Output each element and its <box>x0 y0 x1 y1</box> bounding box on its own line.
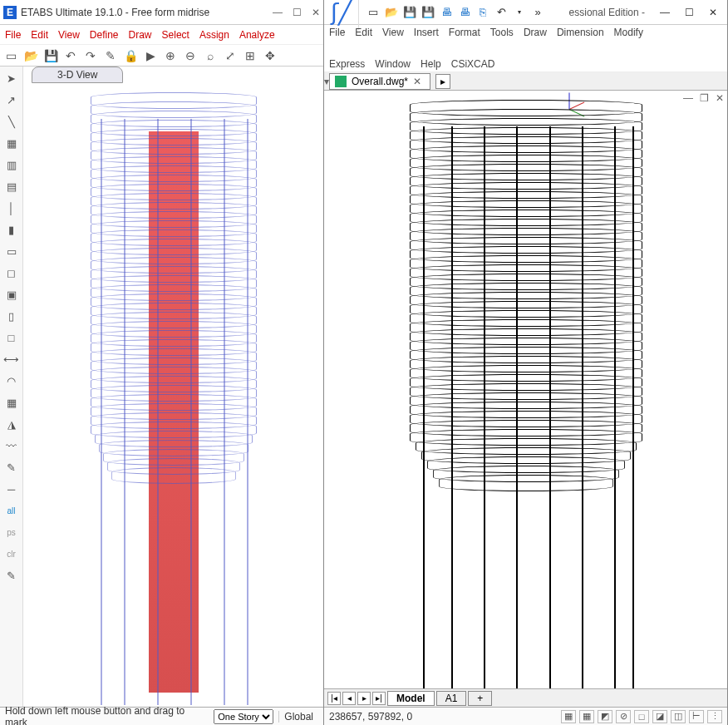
menu-csixcad[interactable]: CSiXCAD <box>451 58 495 70</box>
qa-print-icon[interactable]: 🖶 <box>439 5 454 20</box>
wave-icon[interactable]: 〰 <box>3 437 20 454</box>
layout-tab-model[interactable]: Model <box>387 691 435 706</box>
draw-joint-icon[interactable]: □ <box>3 329 20 346</box>
new-tab-button[interactable]: ▸ <box>435 74 450 89</box>
maximize-button[interactable]: ☐ <box>685 7 694 18</box>
menu-file[interactable]: File <box>5 29 21 41</box>
mdi-minimize-icon[interactable]: — <box>683 92 693 104</box>
ps-icon[interactable]: ps <box>3 524 20 540</box>
grid-display-icon[interactable]: ▦ <box>579 710 594 723</box>
qa-open-icon[interactable]: 📂 <box>384 5 399 20</box>
open-file-icon[interactable]: 📂 <box>23 48 38 63</box>
arc-icon[interactable]: ◠ <box>3 372 20 389</box>
new-file-icon[interactable]: ▭ <box>3 48 18 63</box>
quick-draw-icon[interactable]: ▣ <box>3 286 20 303</box>
etabs-viewport[interactable]: 3-D View /*floors drawn below by JS*/ <box>23 67 323 707</box>
draw-brace-icon[interactable]: ▯ <box>3 308 20 324</box>
qa-undo-icon[interactable]: ↶ <box>494 5 509 20</box>
menu-assign[interactable]: Assign <box>199 29 229 41</box>
otrack-icon[interactable]: ◪ <box>652 710 667 723</box>
menu-file[interactable]: File <box>329 27 345 38</box>
menu-view[interactable]: View <box>382 27 404 38</box>
menu-modify[interactable]: Modify <box>614 27 643 38</box>
qa-new-icon[interactable]: ▭ <box>366 5 381 20</box>
layout-prev-icon[interactable]: ◂ <box>342 692 356 705</box>
qa-publish-icon[interactable]: ⎘ <box>475 5 490 20</box>
qa-print-preview-icon[interactable]: 🖶 <box>457 5 472 20</box>
pencil-icon[interactable]: ✎ <box>103 48 118 63</box>
menu-analyze[interactable]: Analyze <box>239 29 275 41</box>
extrude-icon[interactable]: ◮ <box>3 416 20 432</box>
menu-define[interactable]: Define <box>90 29 119 41</box>
menu-view[interactable]: View <box>58 29 80 41</box>
layout-last-icon[interactable]: ▸| <box>372 692 386 705</box>
mdi-restore-icon[interactable]: ❐ <box>700 92 709 104</box>
draw-floor-icon[interactable]: ◻ <box>3 264 20 281</box>
pan-icon[interactable]: ✥ <box>263 48 278 63</box>
view-tab-3d[interactable]: 3-D View <box>32 67 123 83</box>
polygon-select-icon[interactable]: ▥ <box>3 156 20 173</box>
close-button[interactable]: ✕ <box>709 7 717 18</box>
coord-mode[interactable]: Global <box>278 711 318 723</box>
menu-draw[interactable]: Draw <box>524 27 547 38</box>
qa-more-icon[interactable]: » <box>530 5 545 20</box>
draw-wall-icon[interactable]: ▭ <box>3 243 20 259</box>
draw-beam-icon[interactable]: │ <box>3 200 20 216</box>
snap-grid-icon[interactable]: ▦ <box>561 710 576 723</box>
menu-edit[interactable]: Edit <box>355 27 372 38</box>
maximize-button[interactable]: ☐ <box>293 7 302 18</box>
lock-icon[interactable]: 🔒 <box>123 48 138 63</box>
layout-next-icon[interactable]: ▸ <box>357 692 371 705</box>
grid-icon[interactable]: ▦ <box>3 394 20 411</box>
story-select[interactable]: One Story <box>214 709 273 724</box>
annotate-icon[interactable]: ✎ <box>3 567 20 584</box>
osnap-icon[interactable]: □ <box>634 710 649 723</box>
zoom-in-icon[interactable]: ⊕ <box>163 48 178 63</box>
draw-column-icon[interactable]: ▮ <box>3 221 20 238</box>
menu-draw[interactable]: Draw <box>129 29 152 41</box>
clr-icon[interactable]: clr <box>3 545 20 562</box>
zoom-window-icon[interactable]: ⊞ <box>243 48 258 63</box>
polar-icon[interactable]: ⊘ <box>616 710 631 723</box>
menu-window[interactable]: Window <box>375 58 411 70</box>
minimize-button[interactable]: — <box>273 7 283 18</box>
zoom-fit-icon[interactable]: ⌕ <box>203 48 218 63</box>
reshape-icon[interactable]: ↗ <box>3 91 20 108</box>
menu-dimension[interactable]: Dimension <box>557 27 604 38</box>
edit-icon[interactable]: ✎ <box>3 459 20 476</box>
qa-redo-icon[interactable]: ▾ <box>512 5 527 20</box>
line-icon[interactable]: ╲ <box>3 113 20 130</box>
layout-first-icon[interactable]: |◂ <box>327 692 341 705</box>
menu-select[interactable]: Select <box>162 29 189 41</box>
intersecting-line-icon[interactable]: ▤ <box>3 178 20 195</box>
dimension-icon[interactable]: ⟷ <box>3 351 20 367</box>
zoom-extents-icon[interactable]: ⤢ <box>223 48 238 63</box>
save-icon[interactable]: 💾 <box>43 48 58 63</box>
zoom-out-icon[interactable]: ⊖ <box>183 48 198 63</box>
close-tab-icon[interactable]: ✕ <box>413 76 421 87</box>
pointer-icon[interactable]: ➤ <box>3 70 20 86</box>
layout-tab-add[interactable]: + <box>468 691 492 706</box>
all-icon[interactable]: all <box>3 502 20 519</box>
mdi-close-icon[interactable]: ✕ <box>716 92 724 104</box>
redo-icon[interactable]: ↷ <box>83 48 98 63</box>
run-analysis-icon[interactable]: ▶ <box>143 48 158 63</box>
rectangle-select-icon[interactable]: ▦ <box>3 135 20 151</box>
menu-edit[interactable]: Edit <box>31 29 48 41</box>
ducs-icon[interactable]: ⊢ <box>689 710 704 723</box>
doc-tab-overall[interactable]: Overall.dwg* ✕ <box>329 73 430 90</box>
minimize-button[interactable]: — <box>660 7 670 18</box>
qa-save-icon[interactable]: 💾 <box>402 5 417 20</box>
dyn-icon[interactable]: ⋮ <box>707 710 722 723</box>
undo-icon[interactable]: ↶ <box>63 48 78 63</box>
bricscad-viewport[interactable]: — ❐ ✕ <box>324 91 727 688</box>
ortho-icon[interactable]: ◩ <box>598 710 612 723</box>
layout-tab-a1[interactable]: A1 <box>436 691 467 706</box>
menu-insert[interactable]: Insert <box>414 27 439 38</box>
lineweight-icon[interactable]: ◫ <box>671 710 686 723</box>
menu-format[interactable]: Format <box>449 27 480 38</box>
menu-help[interactable]: Help <box>421 58 441 70</box>
qa-saveall-icon[interactable]: 💾 <box>421 5 435 20</box>
menu-express[interactable]: Express <box>329 58 365 70</box>
menu-tools[interactable]: Tools <box>490 27 514 38</box>
